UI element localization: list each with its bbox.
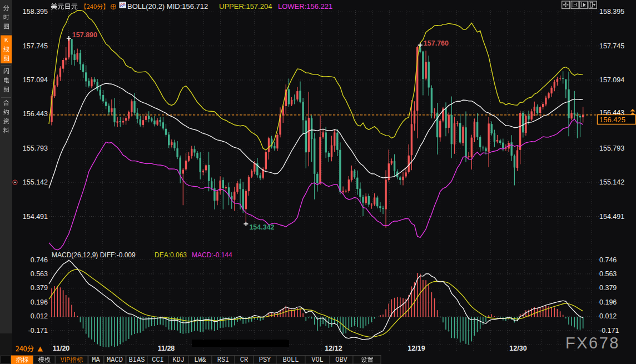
svg-text:UPPER:157.204: UPPER:157.204 (219, 2, 272, 11)
svg-text:LW&: LW& (194, 356, 206, 364)
svg-text:154.491: 154.491 (23, 213, 48, 221)
svg-text:MACD:-0.144: MACD:-0.144 (192, 251, 232, 259)
svg-text:BIAS: BIAS (129, 356, 145, 364)
svg-text:-0.171: -0.171 (28, 327, 48, 335)
svg-text:157.094: 157.094 (23, 76, 48, 84)
svg-text:156.425: 156.425 (599, 116, 625, 124)
svg-text:VOL: VOL (311, 356, 324, 364)
svg-text:157.745: 157.745 (23, 42, 48, 50)
svg-text:0.012: 0.012 (31, 312, 48, 320)
svg-text:12/12: 12/12 (325, 345, 342, 352)
svg-text:0.563: 0.563 (31, 270, 48, 278)
svg-text:157.760: 157.760 (424, 39, 449, 47)
svg-text:KDJ: KDJ (172, 356, 185, 364)
svg-text:12/30: 12/30 (509, 345, 526, 352)
svg-text:MACD(26,12,9) DIFF:-0.009: MACD(26,12,9) DIFF:-0.009 (52, 251, 136, 259)
svg-text:CCI: CCI (152, 356, 164, 364)
svg-text:FX678: FX678 (565, 334, 620, 352)
svg-text:0.196: 0.196 (31, 298, 48, 306)
svg-text:156.443: 156.443 (23, 110, 48, 118)
svg-text:157.094: 157.094 (599, 76, 624, 84)
svg-text:155.142: 155.142 (599, 178, 624, 186)
svg-text:0.196: 0.196 (599, 298, 617, 306)
svg-text:155.793: 155.793 (23, 144, 48, 152)
svg-text:155.142: 155.142 (23, 178, 48, 186)
svg-text:158.395: 158.395 (23, 8, 48, 16)
svg-text:0.563: 0.563 (599, 270, 617, 278)
svg-text:-0.171: -0.171 (599, 327, 619, 335)
svg-text:0.379: 0.379 (599, 284, 617, 292)
svg-text:11/20: 11/20 (53, 345, 70, 352)
svg-text:157.745: 157.745 (599, 42, 624, 50)
svg-text:0.379: 0.379 (31, 284, 48, 292)
svg-text:MACD: MACD (107, 356, 123, 364)
svg-text:12/19: 12/19 (408, 345, 425, 352)
svg-text:BOLL(20,2) MID:156.712: BOLL(20,2) MID:156.712 (127, 2, 208, 11)
svg-text:BOLL: BOLL (283, 356, 299, 364)
svg-text:CR: CR (240, 356, 248, 364)
svg-text:LOWER:156.221: LOWER:156.221 (278, 2, 332, 11)
svg-text:PSY: PSY (259, 356, 271, 364)
svg-text:155.793: 155.793 (599, 144, 624, 152)
svg-text:157.890: 157.890 (72, 31, 97, 39)
svg-text:0.746: 0.746 (31, 256, 48, 264)
svg-text:0.012: 0.012 (599, 312, 617, 320)
svg-text:RSI: RSI (217, 356, 230, 364)
svg-text:OBV: OBV (335, 356, 347, 364)
svg-text:MA: MA (92, 356, 100, 364)
svg-text:DEA:0.063: DEA:0.063 (155, 251, 187, 259)
svg-text:154.491: 154.491 (599, 213, 624, 221)
svg-text:158.395: 158.395 (599, 8, 624, 16)
svg-text:11/28: 11/28 (158, 345, 175, 352)
svg-text:0.746: 0.746 (599, 256, 617, 264)
svg-text:154.342: 154.342 (249, 223, 274, 231)
